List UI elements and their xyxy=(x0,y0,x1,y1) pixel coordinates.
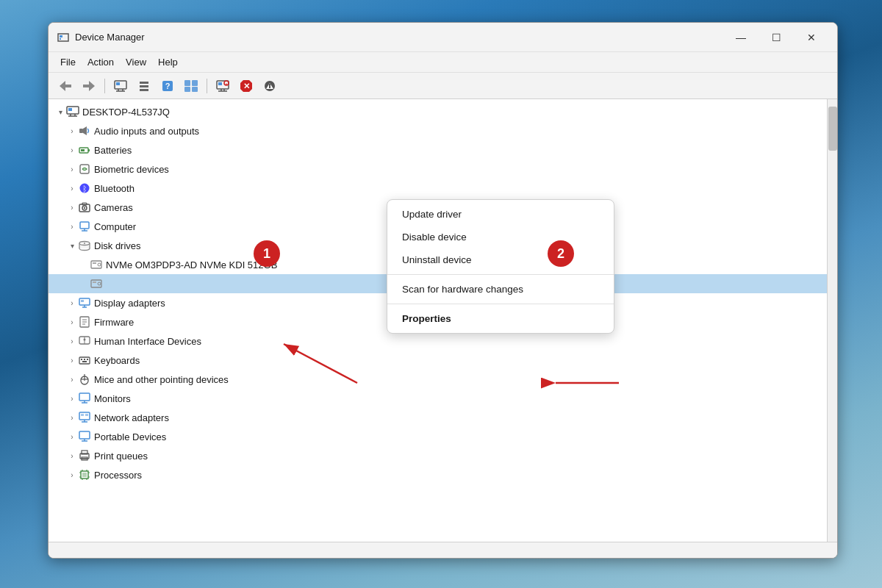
svg-rect-83 xyxy=(79,393,90,401)
svg-marker-4 xyxy=(83,81,95,91)
menu-file[interactable]: File xyxy=(54,54,82,71)
maximize-button[interactable]: ☐ xyxy=(759,26,793,49)
mice-chevron: › xyxy=(66,373,78,385)
svg-rect-10 xyxy=(140,82,148,84)
keyboards-label: Keyboards xyxy=(94,355,140,366)
computer-view-button[interactable] xyxy=(110,76,132,96)
display-icon xyxy=(78,296,91,309)
tree-item-audio[interactable]: › Audio inputs and outputs xyxy=(49,121,827,140)
tree-item-batteries[interactable]: › Batteries xyxy=(49,140,827,159)
uninstall-button[interactable]: ✕ xyxy=(235,76,257,96)
tree-item-portable[interactable]: › Portable Devices xyxy=(49,427,827,446)
device-manager-window: Device Manager — ☐ ✕ File Action View He… xyxy=(48,22,838,559)
batteries-chevron: › xyxy=(66,144,78,156)
close-button[interactable]: ✕ xyxy=(795,26,828,49)
back-button[interactable] xyxy=(54,76,76,96)
title-bar: Device Manager — ☐ ✕ xyxy=(49,23,837,52)
menu-bar: File Action View Help xyxy=(49,52,837,73)
print-icon xyxy=(78,449,91,462)
svg-rect-48 xyxy=(80,222,89,229)
scrollbar[interactable] xyxy=(827,99,837,542)
context-scan-hardware[interactable]: Scan for hardware changes xyxy=(387,278,614,301)
svg-text:?: ? xyxy=(165,82,171,90)
keyboards-chevron: › xyxy=(66,354,78,366)
svg-text:✕: ✕ xyxy=(243,82,250,90)
svg-point-59 xyxy=(98,263,101,266)
forward-button[interactable] xyxy=(78,76,100,96)
display-chevron: › xyxy=(66,297,78,309)
tree-item-processors[interactable]: › Processors xyxy=(49,465,827,484)
tree-item-network[interactable]: › Network adapters xyxy=(49,408,827,427)
firmware-chevron: › xyxy=(66,316,78,328)
svg-text:ᛒ: ᛒ xyxy=(82,184,87,193)
svg-rect-76 xyxy=(84,359,85,360)
batteries-icon xyxy=(78,143,91,157)
window-icon xyxy=(57,32,69,43)
svg-marker-37 xyxy=(83,126,87,135)
svg-rect-12 xyxy=(140,89,148,91)
svg-rect-60 xyxy=(91,280,101,287)
driver-button[interactable] xyxy=(259,76,281,96)
properties-button[interactable] xyxy=(180,76,202,96)
tree-root[interactable]: ▾ DESKTOP-4L537JQ xyxy=(49,102,827,121)
scan-button[interactable]: + xyxy=(212,76,234,96)
menu-help[interactable]: Help xyxy=(152,54,184,71)
audio-chevron: › xyxy=(66,125,78,137)
context-sep-2 xyxy=(387,304,614,304)
svg-rect-11 xyxy=(140,85,148,87)
svg-rect-52 xyxy=(79,243,90,248)
tree-item-print[interactable]: › Print queues xyxy=(49,446,827,465)
tree-item-monitors[interactable]: › Monitors xyxy=(49,389,827,408)
hid-label: Human Interface Devices xyxy=(94,336,201,347)
monitors-label: Monitors xyxy=(94,393,131,404)
svg-rect-89 xyxy=(81,414,84,416)
scroll-thumb[interactable] xyxy=(828,107,837,151)
window-title: Device Manager xyxy=(75,32,724,43)
context-update-driver[interactable]: Update driver xyxy=(387,203,614,226)
cameras-label: Cameras xyxy=(94,202,133,213)
hid-icon xyxy=(78,334,91,348)
svg-rect-61 xyxy=(93,282,96,283)
tree-item-bluetooth[interactable]: › ᛒ Bluetooth xyxy=(49,179,827,198)
context-disable-device[interactable]: Disable device xyxy=(387,226,614,248)
nvme2-icon xyxy=(90,277,103,290)
menu-action[interactable]: Action xyxy=(82,54,120,71)
svg-rect-58 xyxy=(93,262,96,264)
bluetooth-chevron: › xyxy=(66,182,78,194)
firmware-label: Firmware xyxy=(94,317,134,328)
svg-rect-41 xyxy=(80,165,89,173)
print-label: Print queues xyxy=(94,451,148,462)
svg-point-62 xyxy=(98,282,101,285)
context-properties[interactable]: Properties xyxy=(387,307,614,330)
svg-rect-40 xyxy=(81,149,85,151)
biometric-chevron: › xyxy=(66,163,78,175)
svg-rect-20 xyxy=(218,82,222,85)
annotation-2: 2 xyxy=(548,240,574,267)
firmware-icon xyxy=(78,315,91,329)
display-label: Display adapters xyxy=(94,298,165,309)
context-sep-1 xyxy=(387,274,614,275)
svg-rect-1 xyxy=(60,35,62,37)
nvme1-chevron xyxy=(78,259,90,270)
minimize-button[interactable]: — xyxy=(724,26,758,49)
svg-rect-6 xyxy=(116,82,120,85)
context-uninstall-device[interactable]: Uninstall device xyxy=(387,248,614,271)
tree-item-hid[interactable]: › Human Interface Devices xyxy=(49,331,827,351)
tree-item-biometric[interactable]: › Biometric devices xyxy=(49,159,827,179)
portable-chevron: › xyxy=(66,431,78,442)
menu-view[interactable]: View xyxy=(120,54,152,71)
computer-chevron: › xyxy=(66,220,78,232)
list-view-button[interactable] xyxy=(133,76,155,96)
disk-drives-label: Disk drives xyxy=(94,240,141,251)
mice-icon xyxy=(78,373,91,386)
portable-label: Portable Devices xyxy=(94,431,166,442)
svg-rect-15 xyxy=(184,80,190,86)
help-button[interactable]: ? xyxy=(157,76,179,96)
audio-icon xyxy=(78,124,91,137)
print-chevron: › xyxy=(66,450,78,462)
nvme1-icon xyxy=(90,258,103,271)
processors-label: Processors xyxy=(94,470,142,481)
disk-drives-icon xyxy=(78,239,91,252)
tree-item-mice[interactable]: › Mice and other pointing devices xyxy=(49,370,827,389)
tree-item-keyboards[interactable]: › Keyboards xyxy=(49,351,827,370)
